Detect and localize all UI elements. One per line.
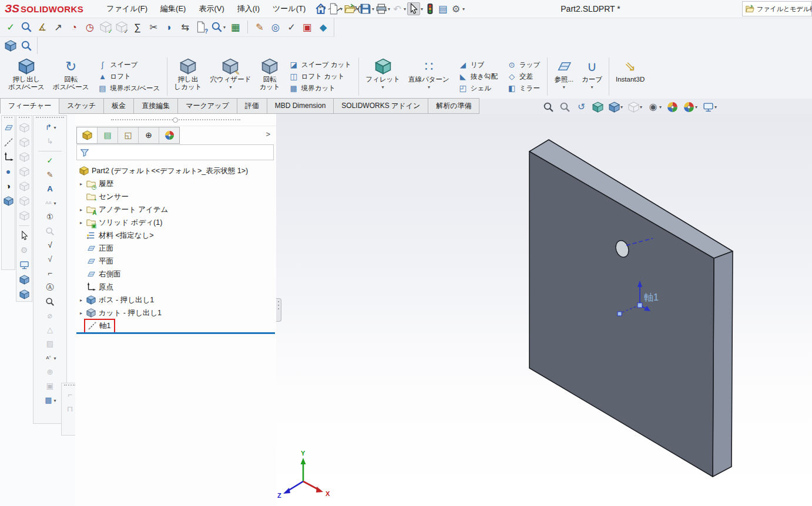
revolved-cut-button[interactable]: 回転カット [256, 56, 284, 97]
coordinate-system-icon[interactable] [4, 152, 14, 162]
configurationmanager-tab-tab[interactable]: ◱ [118, 127, 139, 143]
view-cube-icon-1[interactable] [19, 123, 29, 133]
revision-symbol-icon-caret[interactable]: ▾ [53, 356, 56, 361]
fillet-button[interactable]: フィレット▾ [361, 56, 404, 97]
new-document-icon[interactable] [328, 3, 340, 15]
view-cube-icon-5[interactable] [19, 181, 29, 191]
tab-markup[interactable]: マークアップ [177, 98, 237, 114]
dimxpertmanager-tab-tab[interactable]: ⊕ [139, 127, 159, 143]
general-table-icon-caret[interactable]: ▾ [53, 398, 56, 403]
settings-gear-icon[interactable]: ⚙ [450, 3, 462, 15]
reference-geometry-button-caret[interactable]: ▾ [563, 85, 565, 90]
display-style-icon-caret[interactable]: ▾ [640, 104, 642, 110]
toolbar-grip[interactable] [4, 117, 12, 120]
rib-button[interactable]: ◢リブ [458, 60, 498, 70]
route-line-icon-caret[interactable]: ▾ [53, 125, 56, 130]
propertymanager-tab-tab[interactable]: ▤ [98, 127, 118, 143]
tab-sketch[interactable]: スケッチ [59, 98, 104, 114]
view-settings-icon[interactable] [703, 102, 714, 113]
zoom-fit-icon[interactable] [543, 102, 554, 113]
revision-symbol-icon[interactable]: A° [43, 353, 53, 363]
panel-splitter[interactable] [75, 114, 276, 126]
view-cube-icon-4[interactable] [19, 167, 29, 177]
paint-tools-icon[interactable]: ✎ [254, 21, 266, 33]
tab-direct-editing[interactable]: 直接編集 [133, 98, 178, 114]
hole-wizard-button-caret[interactable]: ▾ [229, 85, 231, 90]
loft-cut-button[interactable]: ◫ロフト カット [289, 72, 351, 82]
center-of-mass-icon[interactable]: ◑ [4, 181, 14, 191]
approve-check-icon[interactable]: ✓ [286, 21, 297, 33]
boundary-boss-base-button[interactable]: ▤境界ボス/ベース [98, 84, 160, 93]
menu-file[interactable]: ファイル(F) [100, 0, 154, 18]
measure-angle-icon[interactable]: ∡ [36, 21, 48, 33]
tree-expand-arrow-history[interactable]: ▸ [77, 181, 85, 187]
spell-check-icon[interactable]: ✓ [5, 21, 16, 33]
tab-analysis-preparation[interactable]: 解析の準備 [428, 98, 479, 114]
open-document-icon-caret[interactable]: ▾ [356, 6, 358, 12]
view-cube-icon-7[interactable] [19, 211, 29, 221]
home-icon[interactable] [315, 3, 327, 15]
part-body[interactable] [529, 140, 733, 477]
rebuild-traffic-light-icon[interactable] [424, 3, 436, 15]
datum-target-icon[interactable]: ⊕ [45, 367, 55, 377]
tree-expand-arrow-annotations[interactable]: ▸ [77, 207, 85, 212]
equations-icon[interactable]: ∑ [132, 21, 143, 33]
select-pointer-icon[interactable] [407, 2, 420, 15]
route-3d-icon[interactable]: ↳ [45, 137, 55, 146]
verify-cube-icon[interactable]: ✓ [100, 21, 112, 33]
toolbar-grip[interactable] [64, 384, 76, 388]
symmetry-check-icon[interactable]: ⇆ [179, 21, 191, 33]
part-side-face[interactable] [713, 251, 733, 477]
menu-tools[interactable]: ツール(T) [266, 0, 312, 18]
menu-insert[interactable]: 挿入(I) [231, 0, 266, 18]
tree-item-boss-extrude1[interactable]: ▸ボス - 押し出し1 [77, 294, 275, 306]
toolbar-grip[interactable] [19, 117, 29, 120]
tree-item-history[interactable]: ▸◷履歴 [77, 177, 275, 190]
sweep-button[interactable]: ∫スイープ [98, 60, 160, 70]
measure-tool-icon[interactable] [211, 21, 223, 33]
measure-tool-icon-caret[interactable]: ▾ [223, 25, 226, 30]
select-pointer-icon-caret[interactable]: ▾ [421, 6, 423, 12]
format-painter-icon[interactable]: ✎ [45, 170, 55, 180]
revolved-boss-base-button[interactable]: ↻回転ボス/ベース [49, 56, 93, 97]
shell-button[interactable]: ◰シェル [458, 84, 498, 93]
markup-arrow-icon[interactable]: ↗ [52, 21, 64, 33]
tree-item-annotations[interactable]: ▸Aアノテート アイテム [77, 203, 275, 216]
check-mark-symbol-icon[interactable]: √ [45, 241, 55, 250]
new-document-icon-caret[interactable]: ▾ [340, 6, 343, 12]
tab-evaluate[interactable]: 評価 [237, 98, 267, 114]
surface-finish-icon[interactable]: √ [45, 255, 55, 264]
tree-item-material[interactable]: 材料 <指定なし> [77, 229, 275, 242]
wireframe-sphere-icon[interactable]: ◎ [270, 21, 281, 33]
boundary-cut-button[interactable]: ▦境界カット [289, 84, 351, 93]
center-mark-icon[interactable]: ▣ [45, 382, 55, 391]
tree-item-solid-bodies[interactable]: ▸▣ソリッド ボディ(1) [77, 216, 275, 229]
intersect-button[interactable]: ◇交差 [507, 72, 540, 82]
tree-filter-box[interactable] [76, 144, 274, 160]
general-table-icon[interactable]: ▦ [43, 396, 53, 405]
check-document-cube-icon[interactable]: ✓ [116, 21, 127, 33]
hole-wizard-button[interactable]: ✎穴ウィザード▾ [206, 56, 255, 97]
print-icon-caret[interactable]: ▾ [388, 6, 390, 12]
context-sketch-icon[interactable] [19, 231, 29, 241]
paste-body-icon[interactable] [19, 289, 29, 299]
note-icon[interactable]: A [45, 184, 55, 194]
apply-scene-icon[interactable] [683, 102, 694, 113]
tree-item-front-plane[interactable]: 正面 [77, 242, 275, 255]
hide-show-items-icon[interactable]: ◉ [647, 102, 659, 113]
view-cube-icon-2[interactable] [19, 137, 29, 147]
reference-geometry-button[interactable]: 参照...▾ [550, 56, 578, 97]
menu-edit[interactable]: 編集(E) [154, 0, 192, 18]
draft-button[interactable]: ◣抜き勾配 [458, 72, 498, 82]
tree-item-axis1[interactable]: 軸1 [77, 319, 275, 332]
panel-splitter-dot[interactable] [173, 117, 178, 123]
auto-balloon-icon[interactable] [45, 227, 55, 236]
weld-symbol-icon[interactable]: ⌐ [45, 269, 55, 278]
view-orientation-icon[interactable] [609, 102, 620, 113]
settings-gear-icon-caret[interactable]: ▾ [462, 6, 465, 12]
toolbar-grip[interactable] [36, 117, 64, 120]
design-checker-icon[interactable] [21, 21, 32, 33]
hide-show-items-icon-caret[interactable]: ▾ [659, 104, 662, 110]
tree-item-part2[interactable]: Part2 (デフォルト<<デフォルト>_表示状態 1>) [77, 164, 275, 177]
geometric-tolerance-icon[interactable]: △ [45, 325, 55, 335]
